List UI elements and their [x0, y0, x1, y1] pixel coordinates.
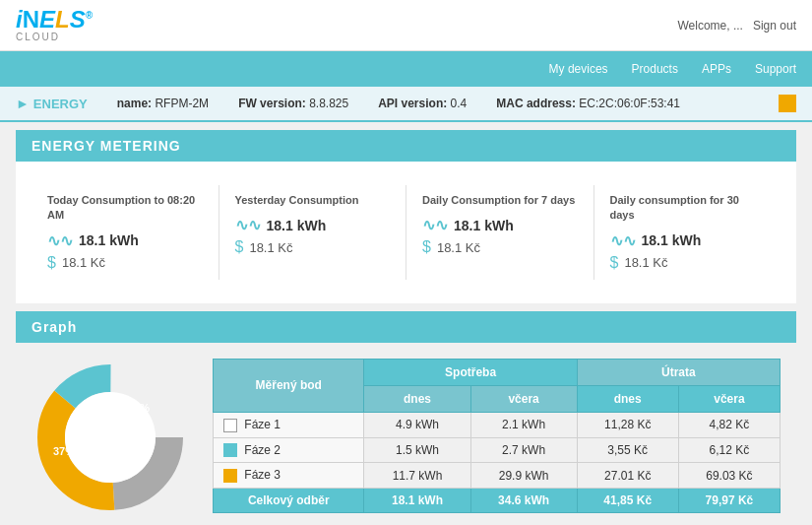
dollar-icon: $	[610, 254, 619, 272]
nav-my-devices[interactable]: My devices	[549, 62, 608, 76]
faze3-u-dnes: 27.01 Kč	[577, 463, 678, 489]
donut-hole	[65, 392, 156, 483]
faze2-label: Fáze 2	[214, 437, 364, 463]
card-yesterday-kwh: ∿∿ 18.1 kWh	[235, 216, 391, 234]
total-u-vcera: 79,97 Kč	[678, 489, 780, 513]
faze1-s-vcera: 2.1 kWh	[470, 412, 577, 437]
faze2-s-vcera: 2.7 kWh	[470, 437, 577, 463]
sub-vcera1: včera	[470, 385, 577, 412]
logo: iNELS® CLOUD	[16, 8, 93, 42]
card-daily7: Daily Consumption for 7 days ∿∿ 18.1 kWh…	[406, 185, 594, 280]
faze1-u-vcera: 4,82 Kč	[678, 412, 780, 437]
nav-apps[interactable]: APPs	[702, 62, 731, 76]
faze3-s-vcera: 29.9 kWh	[470, 463, 577, 489]
donut-svg	[31, 359, 189, 516]
nav-bar: My devices Products APPs Support	[0, 51, 812, 87]
energy-metering-content: Today Consumption to 08:20 AM ∿∿ 18.1 kW…	[16, 162, 796, 303]
total-label: Celkový odběr	[214, 489, 364, 513]
total-row: Celkový odběr 18.1 kWh 34.6 kWh 41,85 Kč…	[214, 489, 781, 513]
card-yesterday-title: Yesterday Consumption	[235, 193, 391, 208]
device-bar: ► ENERGY name: RFPM-2M FW version: 8.8.8…	[0, 87, 812, 122]
top-bar: iNELS® CLOUD Welcome, ... Sign out	[0, 0, 812, 51]
total-s-vcera: 34.6 kWh	[470, 489, 577, 513]
sub-dnes1: dnes	[364, 385, 470, 412]
table-row: Fáze 1 4.9 kWh 2.1 kWh 11,28 Kč 4,82 Kč	[214, 412, 781, 437]
nav-support[interactable]: Support	[755, 62, 796, 76]
color-indicator	[779, 95, 796, 112]
faze3-u-vcera: 69.03 Kč	[678, 463, 780, 489]
card-today-kwh: ∿∿ 18.1 kWh	[47, 231, 203, 250]
dollar-icon: $	[422, 238, 431, 256]
faze1-u-dnes: 11,28 Kč	[577, 412, 678, 437]
faze1-label: Fáze 1	[214, 412, 364, 437]
mac-address-field: MAC address: EC:2C:06:0F:53:41	[496, 97, 680, 110]
card-daily30-title: Daily consumption for 30 days	[610, 193, 766, 224]
nav-items: My devices Products APPs Support	[549, 62, 796, 76]
data-table: Měřený bod Spotřeba Útrata dnes včera dn…	[213, 359, 781, 513]
total-s-dnes: 18.1 kWh	[364, 489, 470, 513]
legend-empty	[223, 419, 237, 432]
consumption-cards: Today Consumption to 08:20 AM ∿∿ 18.1 kW…	[31, 177, 781, 288]
total-u-dnes: 41,85 Kč	[577, 489, 678, 513]
energy-label: ► ENERGY	[16, 96, 88, 111]
sub-dnes2: dnes	[577, 385, 678, 412]
card-daily7-price: $ 18.1 Kč	[422, 238, 578, 256]
faze2-s-dnes: 1.5 kWh	[364, 437, 470, 463]
faze2-u-vcera: 6,12 Kč	[678, 437, 780, 463]
col-spotreba: Spotřeba	[364, 359, 577, 385]
col-utrata: Útrata	[577, 359, 780, 385]
graph-content: 49% 37% 14% Měřený bod Spotřeba Útrata d…	[16, 343, 796, 525]
faze1-s-dnes: 4.9 kWh	[364, 412, 470, 437]
card-today: Today Consumption to 08:20 AM ∿∿ 18.1 kW…	[31, 185, 219, 280]
energy-metering-section: ENERGY METERING Today Consumption to 08:…	[16, 130, 796, 303]
col-mereny-bod: Měřený bod	[214, 359, 364, 412]
table-row: Fáze 3 11.7 kWh 29.9 kWh 27.01 Kč 69.03 …	[214, 463, 781, 489]
wave-icon: ∿∿	[235, 216, 261, 234]
api-version-field: API version: 0.4	[378, 97, 467, 110]
welcome-text: Welcome, ...	[677, 19, 742, 33]
sub-vcera2: včera	[678, 385, 780, 412]
card-daily30-kwh: ∿∿ 18.1 kWh	[610, 231, 766, 250]
card-yesterday: Yesterday Consumption ∿∿ 18.1 kWh $ 18.1…	[219, 185, 407, 280]
fw-version-field: FW version: 8.8.825	[238, 97, 348, 110]
card-today-price: $ 18.1 Kč	[47, 254, 203, 272]
card-today-title: Today Consumption to 08:20 AM	[47, 193, 203, 224]
energy-metering-header: ENERGY METERING	[16, 130, 796, 162]
card-daily7-title: Daily Consumption for 7 days	[422, 193, 578, 208]
legend-yellow	[223, 469, 237, 483]
nav-products[interactable]: Products	[632, 62, 678, 76]
cloud-label: CLOUD	[16, 33, 93, 42]
wave-icon: ∿∿	[610, 231, 636, 250]
card-daily30-price: $ 18.1 Kč	[610, 254, 766, 272]
faze3-s-dnes: 11.7 kWh	[364, 463, 470, 489]
graph-section: Graph 49% 37% 14%	[16, 311, 796, 525]
wave-icon: ∿∿	[47, 231, 73, 250]
dollar-icon: $	[235, 238, 244, 256]
card-daily7-kwh: ∿∿ 18.1 kWh	[422, 216, 578, 234]
faze2-u-dnes: 3,55 Kč	[577, 437, 678, 463]
wave-icon: ∿∿	[422, 216, 448, 234]
card-daily30: Daily consumption for 30 days ∿∿ 18.1 kW…	[594, 185, 781, 280]
table-row: Fáze 2 1.5 kWh 2.7 kWh 3,55 Kč 6,12 Kč	[214, 437, 781, 463]
top-right: Welcome, ... Sign out	[677, 19, 796, 33]
graph-header: Graph	[16, 311, 796, 343]
dollar-icon: $	[47, 254, 56, 272]
faze3-label: Fáze 3	[214, 463, 364, 489]
device-name-field: name: RFPM-2M	[117, 97, 209, 110]
sign-out-link[interactable]: Sign out	[753, 19, 796, 33]
legend-blue	[223, 443, 237, 457]
donut-chart: 49% 37% 14%	[31, 359, 189, 516]
card-yesterday-price: $ 18.1 Kč	[235, 238, 391, 256]
